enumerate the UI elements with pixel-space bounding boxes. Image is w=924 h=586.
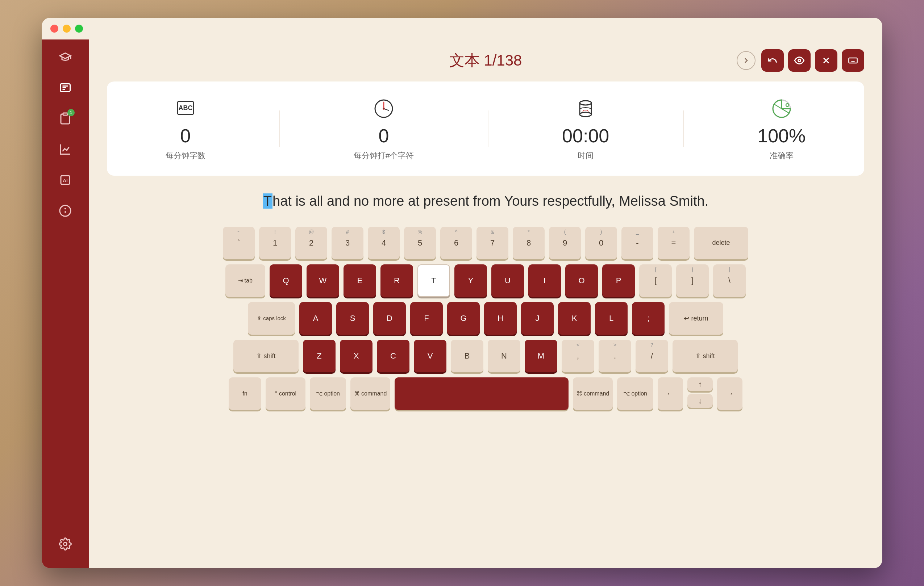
key-bracket-l[interactable]: {[ — [639, 264, 672, 297]
sidebar-item-clipboard[interactable]: 1 — [55, 108, 75, 128]
key-arrow-right[interactable]: → — [717, 377, 742, 410]
wpm-label: 每分钟字数 — [166, 150, 205, 161]
key-j[interactable]: J — [521, 302, 554, 335]
key-3[interactable]: #3 — [332, 227, 363, 259]
wpm-icon: ABC — [173, 96, 198, 121]
accuracy-icon — [769, 96, 794, 121]
key-command-right[interactable]: ⌘ command — [573, 377, 613, 410]
key-u[interactable]: U — [491, 264, 524, 297]
close-content-button[interactable] — [815, 49, 837, 72]
cpm-label: 每分钟打#个字符 — [354, 150, 414, 161]
key-f[interactable]: F — [410, 302, 443, 335]
key-option-right[interactable]: ⌥ option — [617, 377, 653, 410]
key-caps-lock[interactable]: ⇪ caps lock — [248, 302, 295, 335]
eye-button[interactable] — [788, 49, 810, 72]
keyboard-row-qwerty: ⇥ tab Q W E R T Y U I O P {[ }] |\ — [111, 264, 861, 297]
key-control[interactable]: ^ control — [266, 377, 305, 410]
key-a[interactable]: A — [299, 302, 332, 335]
stat-time: 00:00 时间 — [562, 96, 609, 161]
key-p[interactable]: P — [602, 264, 635, 297]
key-9[interactable]: (9 — [549, 227, 581, 259]
key-n[interactable]: N — [488, 340, 520, 372]
key-h[interactable]: H — [484, 302, 517, 335]
key-semicolon[interactable]: ; — [632, 302, 665, 335]
undo-button[interactable] — [761, 49, 784, 72]
svg-point-7 — [64, 542, 67, 545]
key-e[interactable]: E — [343, 264, 376, 297]
sidebar-bottom — [55, 534, 75, 554]
cursor-character: T — [263, 193, 272, 209]
key-tilde[interactable]: ~` — [223, 227, 255, 259]
key-l[interactable]: L — [595, 302, 628, 335]
key-arrow-up[interactable]: ↑ — [687, 377, 713, 391]
sidebar-item-graduation[interactable] — [55, 47, 75, 67]
sidebar-item-ai[interactable]: AI — [55, 170, 75, 190]
key-shift-right[interactable]: ⇧ shift — [673, 340, 738, 372]
key-m[interactable]: M — [525, 340, 557, 372]
key-q[interactable]: Q — [270, 264, 302, 297]
svg-point-19 — [580, 112, 591, 117]
key-delete[interactable]: delete — [694, 227, 748, 259]
key-2[interactable]: @2 — [295, 227, 327, 259]
key-bracket-r[interactable]: }] — [676, 264, 709, 297]
maximize-button[interactable] — [75, 25, 83, 33]
key-minus[interactable]: _- — [621, 227, 653, 259]
key-o[interactable]: O — [565, 264, 598, 297]
key-fn[interactable]: fn — [229, 377, 261, 410]
key-option-left[interactable]: ⌥ option — [310, 377, 346, 410]
svg-rect-11 — [849, 58, 857, 63]
key-i[interactable]: I — [528, 264, 561, 297]
keyboard-row-zxcv: ⇧ shift Z X C V B N M <, >. ?/ ⇧ shift — [111, 340, 861, 372]
stat-accuracy: 100% 准确率 — [757, 96, 805, 161]
wpm-value: 0 — [180, 125, 191, 146]
sidebar-item-info[interactable] — [55, 201, 75, 221]
key-v[interactable]: V — [414, 340, 446, 372]
key-4[interactable]: $4 — [368, 227, 400, 259]
key-c[interactable]: C — [377, 340, 409, 372]
key-s[interactable]: S — [336, 302, 369, 335]
keyboard-row-numbers: ~` !1 @2 #3 $4 %5 ^6 &7 *8 (9 )0 _- += d… — [111, 227, 861, 259]
close-button[interactable] — [50, 25, 58, 33]
clipboard-badge: 1 — [68, 109, 75, 116]
key-b[interactable]: B — [451, 340, 483, 372]
stat-divider-1 — [279, 110, 280, 146]
stat-divider-2 — [488, 110, 488, 146]
key-7[interactable]: &7 — [477, 227, 508, 259]
key-command-left[interactable]: ⌘ command — [350, 377, 390, 410]
key-8[interactable]: *8 — [513, 227, 544, 259]
key-space[interactable] — [394, 377, 569, 410]
accuracy-label: 准确率 — [770, 150, 794, 161]
key-1[interactable]: !1 — [259, 227, 291, 259]
key-return[interactable]: ↩ return — [669, 302, 723, 335]
sidebar-item-typing[interactable] — [55, 77, 75, 97]
key-5[interactable]: %5 — [404, 227, 436, 259]
key-x[interactable]: X — [340, 340, 373, 372]
key-arrow-left[interactable]: ← — [658, 377, 683, 410]
key-z[interactable]: Z — [303, 340, 335, 372]
key-backslash[interactable]: |\ — [713, 264, 746, 297]
svg-text:ABC: ABC — [178, 104, 192, 112]
key-w[interactable]: W — [307, 264, 339, 297]
key-slash[interactable]: ?/ — [635, 340, 668, 372]
key-6[interactable]: ^6 — [440, 227, 472, 259]
next-button[interactable] — [737, 51, 756, 70]
key-equal[interactable]: += — [658, 227, 690, 259]
key-0[interactable]: )0 — [585, 227, 617, 259]
key-k[interactable]: K — [558, 302, 591, 335]
sidebar-item-chart[interactable] — [55, 139, 75, 159]
key-d[interactable]: D — [373, 302, 406, 335]
sidebar-item-settings[interactable] — [55, 534, 75, 554]
minimize-button[interactable] — [63, 25, 71, 33]
key-y[interactable]: Y — [454, 264, 487, 297]
remaining-text: hat is all and no more at present from Y… — [272, 193, 708, 209]
key-arrow-down[interactable]: ↓ — [687, 394, 713, 408]
key-g[interactable]: G — [447, 302, 480, 335]
key-t[interactable]: T — [417, 264, 450, 297]
key-comma[interactable]: <, — [562, 340, 594, 372]
key-r[interactable]: R — [381, 264, 413, 297]
page-title: 文本 1/138 — [449, 50, 522, 71]
keyboard-button[interactable] — [842, 49, 864, 72]
key-shift-left[interactable]: ⇧ shift — [233, 340, 299, 372]
key-tab[interactable]: ⇥ tab — [225, 264, 265, 297]
key-period[interactable]: >. — [599, 340, 631, 372]
